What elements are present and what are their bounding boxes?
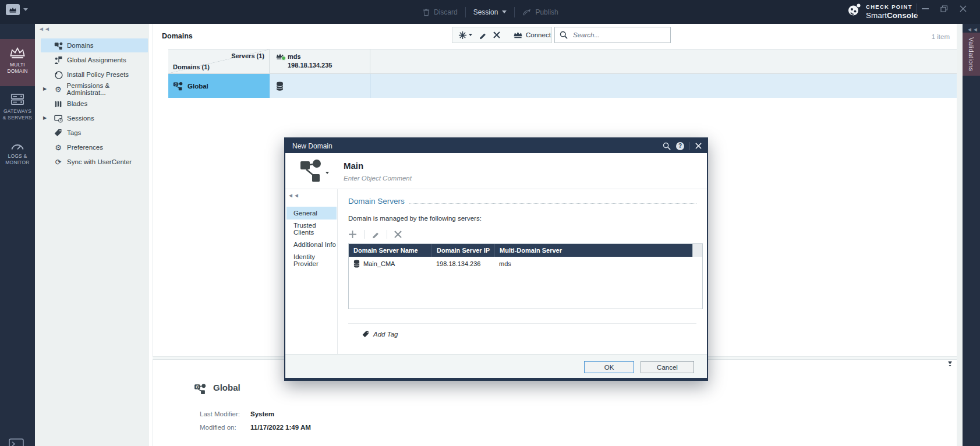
app-menu-button[interactable] bbox=[6, 4, 28, 15]
session-label: Session bbox=[473, 8, 498, 16]
command-line-button[interactable] bbox=[9, 438, 24, 446]
domain-server-cell[interactable] bbox=[270, 74, 370, 98]
expand-caret-icon[interactable]: ▶ bbox=[43, 115, 47, 121]
servers-toolbar bbox=[348, 228, 402, 240]
cancel-button[interactable]: Cancel bbox=[641, 361, 694, 373]
object-type-picker[interactable] bbox=[299, 158, 329, 182]
domains-icon bbox=[54, 41, 63, 50]
domain-name-cell[interactable]: G Global bbox=[168, 74, 270, 98]
object-type-caret-icon bbox=[326, 172, 329, 174]
dialog-object-header: Main Enter Object Comment bbox=[285, 153, 707, 189]
modified-on-label: Modified on: bbox=[200, 424, 236, 431]
tab-identity-provider[interactable]: Identity Provider bbox=[286, 254, 337, 267]
nav-gateways-servers[interactable]: GATEWAYS & SERVERS bbox=[0, 93, 35, 129]
add-server-button[interactable] bbox=[348, 230, 357, 239]
sidebar-item-sync-usercenter[interactable]: ⟳ Sync with UserCenter bbox=[41, 155, 148, 169]
nav-logs-monitor[interactable]: LOGS & MONITOR bbox=[0, 140, 35, 176]
modified-on-value: 11/17/2022 1:49 AM bbox=[250, 424, 311, 431]
sidebar-item-blades[interactable]: Blades bbox=[41, 97, 148, 111]
add-tag-button[interactable]: Add Tag bbox=[362, 331, 398, 338]
permissions-gear-icon: ⚙ bbox=[54, 86, 63, 93]
sidebar-item-sessions[interactable]: ▶ Sessions bbox=[41, 111, 148, 125]
remove-server-button[interactable] bbox=[394, 231, 402, 238]
dialog-help-icon[interactable]: ? bbox=[676, 142, 684, 150]
edit-button[interactable] bbox=[479, 31, 487, 40]
global-domain-icon: G bbox=[173, 81, 183, 91]
nav-label: MULTI bbox=[0, 62, 35, 68]
dialog-nav-collapse-button[interactable]: ◄◄ bbox=[288, 193, 299, 199]
tab-label: Additional Info bbox=[293, 241, 336, 248]
dialog-search-icon[interactable] bbox=[663, 142, 671, 150]
last-modifier-value: System bbox=[250, 410, 274, 417]
sidebar-item-global-assignments[interactable]: Global Assignments bbox=[41, 53, 148, 67]
col-mds[interactable]: Multi-Domain Server bbox=[494, 244, 692, 257]
details-collapse-button[interactable] bbox=[946, 360, 954, 368]
ok-button[interactable]: OK bbox=[584, 361, 634, 373]
session-caret-icon bbox=[502, 10, 507, 13]
global-assignments-icon bbox=[54, 56, 63, 65]
sidebar-collapse-button[interactable]: ◄◄ bbox=[38, 26, 50, 32]
nav-label: LOGS & bbox=[0, 153, 35, 160]
domain-row-global[interactable]: G Global bbox=[168, 74, 957, 98]
edit-pencil-icon bbox=[479, 31, 487, 40]
nav-multi-domain[interactable]: MULTI DOMAIN bbox=[0, 39, 35, 86]
tab-trusted-clients[interactable]: Trusted Clients bbox=[286, 222, 337, 235]
close-button[interactable] bbox=[960, 5, 967, 12]
multi-domain-crown-icon bbox=[0, 47, 35, 59]
sidebar-item-install-policy-presets[interactable]: Install Policy Presets bbox=[41, 68, 148, 82]
discard-label: Discard bbox=[434, 8, 458, 16]
sidebar-item-domains[interactable]: Domains bbox=[41, 38, 148, 52]
edit-server-button[interactable] bbox=[372, 230, 380, 239]
expand-caret-icon[interactable]: ▶ bbox=[43, 86, 47, 91]
col-server-name[interactable]: Domain Server Name bbox=[349, 244, 431, 257]
brand-smartconsole-label: SmartConsole bbox=[866, 12, 918, 20]
sidebar-item-label: Permissions & Administrat... bbox=[67, 82, 148, 96]
server-row-main-cma[interactable]: Main_CMA 198.18.134.236 mds bbox=[349, 257, 702, 271]
delete-button[interactable] bbox=[493, 31, 500, 38]
sidebar-item-tags[interactable]: Tags bbox=[41, 126, 148, 140]
restore-button[interactable] bbox=[940, 5, 948, 12]
svg-text:G: G bbox=[175, 83, 177, 86]
sidebar-item-label: Tags bbox=[67, 129, 81, 136]
validations-collapse-button[interactable]: ◄◄ bbox=[967, 27, 978, 33]
publish-button[interactable]: Publish bbox=[522, 8, 558, 16]
nav-label: GATEWAYS bbox=[0, 108, 35, 115]
nav-label: MONITOR bbox=[0, 160, 35, 166]
server-row-name: Main_CMA bbox=[363, 260, 395, 267]
session-menu-button[interactable]: Session bbox=[473, 8, 507, 16]
sidebar-item-permissions-administrators[interactable]: ▶ ⚙ Permissions & Administrat... bbox=[41, 82, 148, 96]
col-server-ip[interactable]: Domain Server IP bbox=[431, 244, 494, 257]
dialog-titlebar[interactable]: New Domain ? bbox=[285, 139, 707, 153]
domains-toolbar: Connect bbox=[452, 27, 552, 43]
object-name[interactable]: Main bbox=[344, 161, 363, 171]
tab-additional-info[interactable]: Additional Info bbox=[286, 238, 337, 251]
search-box[interactable] bbox=[554, 27, 671, 43]
dialog-title: New Domain bbox=[292, 142, 663, 150]
add-tag-label: Add Tag bbox=[373, 331, 398, 338]
last-modifier-label: Last Modifier: bbox=[200, 410, 240, 417]
validations-tab[interactable]: Validations bbox=[963, 33, 980, 76]
domain-servers-table: Domain Server Name Domain Server IP Mult… bbox=[348, 243, 703, 309]
primary-nav-rail: MULTI DOMAIN GATEWAYS & SERVERS LOGS & M… bbox=[0, 24, 35, 446]
dialog-separator bbox=[348, 323, 696, 324]
search-icon bbox=[560, 31, 568, 39]
domain-row-label: Global bbox=[187, 83, 208, 90]
dialog-close-icon[interactable] bbox=[695, 143, 702, 149]
discard-button[interactable]: Discard bbox=[423, 8, 458, 16]
connect-button[interactable]: Connect bbox=[513, 31, 551, 39]
publish-icon bbox=[522, 8, 531, 16]
tab-label: General bbox=[293, 210, 317, 217]
matrix-corner-header: Servers (1) Domains (1) bbox=[168, 49, 270, 73]
servers-count-header: Servers (1) bbox=[231, 52, 264, 59]
search-input[interactable] bbox=[572, 31, 666, 39]
server-column-header[interactable]: mds 198.18.134.235 bbox=[270, 49, 370, 73]
dialog-titlebar-separator bbox=[689, 142, 690, 150]
sidebar-item-label: Global Assignments bbox=[67, 56, 126, 63]
object-comment-placeholder[interactable]: Enter Object Comment bbox=[344, 175, 412, 182]
domain-object-icon bbox=[299, 158, 323, 182]
tab-general[interactable]: General bbox=[286, 207, 337, 220]
domain-servers-table-header: Domain Server Name Domain Server IP Mult… bbox=[349, 244, 702, 257]
new-object-button[interactable] bbox=[458, 31, 472, 40]
sidebar-item-preferences[interactable]: ⚙ Preferences bbox=[41, 140, 148, 154]
minimize-button[interactable] bbox=[922, 8, 929, 9]
